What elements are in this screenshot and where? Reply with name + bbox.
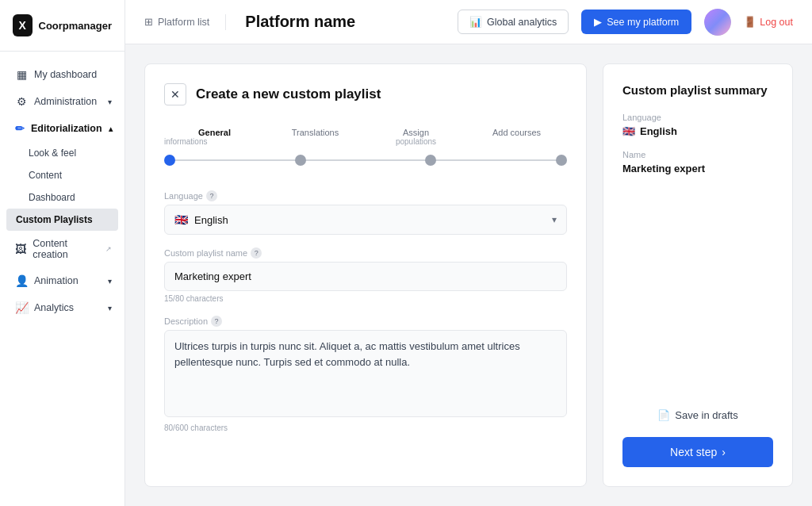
chevron-down-icon: ▾ [108,304,112,312]
sidebar-item-analytics[interactable]: 📈 Analytics ▾ [0,294,124,321]
avatar[interactable] [704,9,731,36]
chevron-down-icon: ▾ [108,98,112,106]
summary-name-label: Name [622,150,773,159]
header-divider [225,14,226,30]
close-button[interactable]: ✕ [164,83,186,105]
step-dot-3[interactable] [425,155,436,166]
playlist-name-char-count: 15/80 characters [164,294,567,303]
summary-language-label: Language [622,113,773,122]
sidebar-item-administration[interactable]: ⚙ Administration ▾ [0,88,124,115]
header: ⊞ Platform list Platform name 📊 Global a… [125,0,812,44]
save-drafts-label: Save in drafts [675,409,738,421]
summary-card: Custom playlist summary Language 🇬🇧 Engl… [603,63,793,487]
dashboard-icon: ▦ [15,68,28,81]
animation-icon: 👤 [15,274,28,287]
language-field-group: Language ? 🇬🇧 English ▾ [164,190,567,235]
editorialization-subnav: Look & feel Content Dashboard Custom Pla… [0,142,124,231]
content-creation-icon: 🖼 [15,243,26,255]
logout-button[interactable]: 🚪 Log out [744,16,793,28]
sidebar-item-label: Content creation [33,238,98,260]
main-wrapper: ⊞ Platform list Platform name 📊 Global a… [125,0,812,506]
subnav-item-dashboard[interactable]: Dashboard [0,186,124,209]
platform-list-button[interactable]: ⊞ Platform list [144,16,209,28]
main-card: ✕ Create a new custom playlist General i… [144,63,587,487]
platform-list-icon: ⊞ [144,16,153,28]
sidebar-logo: X Coorpmanager [0,0,124,52]
subnav-item-content[interactable]: Content [0,164,124,186]
language-value: English [194,214,228,226]
sidebar-item-label: Animation [34,275,79,286]
playlist-name-label: Custom playlist name ? [164,247,567,259]
platform-list-label: Platform list [158,17,209,28]
description-field-group: Description ? 80/600 characters [164,316,567,432]
step-dot-4[interactable] [556,155,567,166]
subnav-item-label: Custom Playlists [16,214,93,225]
card-header: ✕ Create a new custom playlist [164,83,567,105]
save-drafts-icon: 📄 [657,409,670,421]
steps-dots [164,155,567,166]
external-link-icon: ↗ [105,245,112,253]
next-step-label: Next step [670,446,717,458]
sidebar: X Coorpmanager ▦ My dashboard ⚙ Administ… [0,0,125,506]
step-dot-2[interactable] [295,155,306,166]
description-textarea[interactable] [164,330,567,417]
step-label-general: General informations [164,128,265,146]
play-icon: ▶ [594,16,602,28]
step-label-translations: Translations [265,128,366,146]
logo-text: Coorpmanager [39,20,112,32]
subnav-item-look-feel[interactable]: Look & feel [0,142,124,164]
subnav-item-label: Content [29,170,62,181]
sidebar-item-label: Editorialization [31,123,102,134]
step-label-add-courses: Add courses [466,128,567,146]
save-drafts-button[interactable]: 📄 Save in drafts [622,403,773,427]
next-step-button[interactable]: Next step › [622,437,773,467]
summary-spacer [622,187,773,403]
step-dot-1[interactable] [164,155,175,166]
summary-language-flag: 🇬🇧 [622,125,635,137]
steps-track [164,152,567,168]
sidebar-item-label: My dashboard [34,69,97,80]
see-platform-button[interactable]: ▶ See my platform [581,10,691,34]
analytics-icon: 📊 [469,16,482,28]
logo-icon: X [13,14,33,36]
administration-icon: ⚙ [15,95,28,108]
language-field-label: Language ? [164,190,567,201]
sidebar-item-label: Administration [34,96,97,107]
editorialization-icon: ✏ [15,122,25,135]
sidebar-item-dashboard[interactable]: ▦ My dashboard [0,61,124,88]
card-title: Create a new custom playlist [196,86,381,102]
sidebar-item-editorialization[interactable]: ✏ Editorialization ▴ [0,115,124,142]
language-select[interactable]: 🇬🇧 English ▾ [164,205,567,235]
close-icon: ✕ [170,88,180,101]
description-char-count: 80/600 characters [164,424,567,432]
chevron-up-icon: ▴ [109,125,113,133]
playlist-name-help-icon[interactable]: ? [251,247,262,259]
subnav-item-label: Look & feel [29,148,76,159]
sidebar-item-label: Analytics [34,302,74,313]
language-flag: 🇬🇧 [174,213,188,226]
see-platform-label: See my platform [607,17,679,28]
sidebar-nav: ▦ My dashboard ⚙ Administration ▾ ✏ Edit… [0,52,124,506]
description-label: Description ? [164,316,567,327]
chevron-down-icon: ▾ [552,214,557,225]
playlist-name-input[interactable] [164,262,567,291]
sidebar-item-animation[interactable]: 👤 Animation ▾ [0,267,124,294]
summary-name-field: Name Marketing expert [622,150,773,174]
steps-labels: General informations Translations Assign… [164,128,567,146]
next-step-icon: › [722,446,726,458]
summary-language-field: Language 🇬🇧 English [622,113,773,137]
subnav-item-custom-playlists[interactable]: Custom Playlists [6,209,118,231]
description-help-icon[interactable]: ? [211,316,222,327]
language-help-icon[interactable]: ? [206,190,217,201]
analytics-icon: 📈 [15,301,28,314]
summary-language-value: 🇬🇧 English [622,125,773,137]
platform-name: Platform name [245,13,355,31]
summary-title: Custom playlist summary [622,83,773,97]
playlist-name-field-group: Custom playlist name ? 15/80 characters [164,247,567,303]
avatar-image [704,9,731,36]
step-label-assign: Assign populations [366,128,466,146]
logout-label: Log out [760,17,793,28]
chevron-down-icon: ▾ [108,277,112,286]
global-analytics-button[interactable]: 📊 Global analytics [458,10,569,34]
sidebar-item-content-creation[interactable]: 🖼 Content creation ↗ [0,231,124,267]
